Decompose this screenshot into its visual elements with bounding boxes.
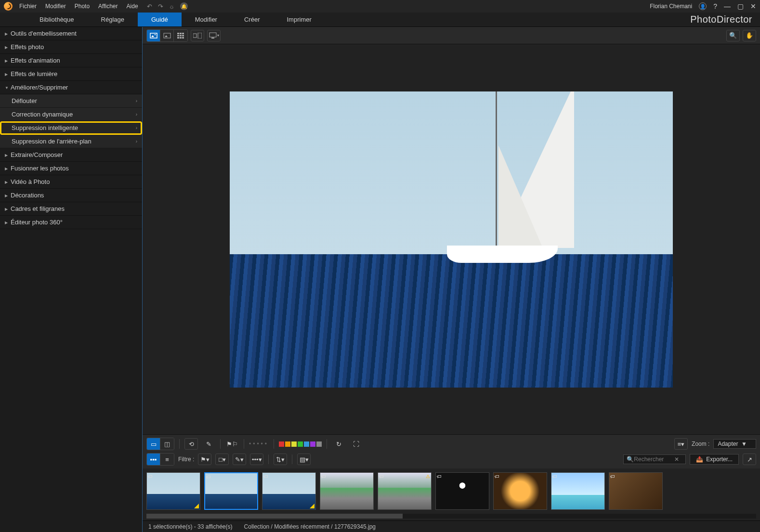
sidebar-item-360-editor[interactable]: Éditeur photo 360° bbox=[0, 216, 142, 229]
tab-guided[interactable]: Guidé bbox=[138, 13, 182, 26]
export-label: Exporter... bbox=[706, 456, 733, 463]
sidebar-item-decorations[interactable]: Décorations bbox=[0, 189, 142, 202]
sidebar-sub-label: Suppression intelligente bbox=[12, 124, 78, 131]
sidebar-item-beautify[interactable]: Outils d'embellissement bbox=[0, 27, 142, 40]
color-labels[interactable] bbox=[279, 441, 322, 447]
thumb-size-small-icon[interactable]: ▪▪▪ bbox=[147, 454, 160, 465]
compare-mode-split-icon[interactable]: ◫ bbox=[160, 438, 174, 450]
filter-flag-icon[interactable]: ⚑▾ bbox=[198, 454, 211, 465]
sidebar-sub-smart-removal[interactable]: Suppression intelligente› bbox=[0, 121, 142, 135]
crop-icon[interactable]: ✎ bbox=[202, 438, 215, 450]
tag-icon: 🏷 bbox=[263, 474, 268, 479]
thumbnail[interactable]: 🏷 bbox=[435, 472, 489, 510]
tab-edit[interactable]: Modifier bbox=[182, 13, 231, 26]
menubar: Fichier Modifier Photo Afficher Aide bbox=[19, 3, 138, 10]
filmstrip: 🏷🏷🏷❐🏷🏷⚠🏷🏷🏷🏷 bbox=[143, 468, 760, 514]
search-input[interactable] bbox=[634, 456, 674, 463]
filter-label-icon[interactable]: □▾ bbox=[215, 454, 229, 465]
undo-icon[interactable]: ↶ bbox=[147, 3, 152, 10]
svg-marker-1 bbox=[151, 35, 154, 37]
sidebar-item-label: Vidéo à Photo bbox=[11, 178, 50, 185]
sidebar-item-light-effects[interactable]: Effets de lumière bbox=[0, 67, 142, 81]
sidebar-item-photo-effects[interactable]: Effets photo bbox=[0, 40, 142, 54]
filter-rating-icon[interactable]: •••▾ bbox=[250, 454, 263, 465]
sidebar-item-video-to-photo[interactable]: Vidéo à Photo bbox=[0, 175, 142, 189]
canvas[interactable] bbox=[143, 44, 760, 434]
svg-rect-16 bbox=[210, 33, 216, 37]
thumbnail[interactable]: 🏷 bbox=[493, 472, 547, 510]
share-icon[interactable]: ↗ bbox=[743, 454, 756, 465]
filmstrip-scrollbar[interactable] bbox=[146, 514, 756, 519]
svg-rect-15 bbox=[198, 33, 202, 39]
view-grid-icon[interactable] bbox=[174, 30, 187, 41]
thumbnail[interactable]: 🏷❐ bbox=[262, 472, 316, 510]
sidebar-sub-deblur[interactable]: Déflouter› bbox=[0, 94, 142, 108]
app-logo-icon bbox=[4, 2, 13, 11]
svg-rect-17 bbox=[211, 38, 214, 39]
filter-sort-icon[interactable]: ⇅▾ bbox=[274, 454, 287, 465]
minimize-icon[interactable]: ― bbox=[724, 2, 731, 10]
refresh-icon[interactable]: ↻ bbox=[332, 438, 345, 450]
compare-mode-single-icon[interactable]: ▭ bbox=[147, 438, 160, 450]
rotate-icon[interactable]: ⟲ bbox=[184, 438, 198, 450]
close-icon[interactable]: ✕ bbox=[750, 2, 756, 10]
sidebar-item-animation-effects[interactable]: Effets d'animation bbox=[0, 54, 142, 67]
pan-tool-icon[interactable]: ✋ bbox=[743, 30, 756, 41]
thumbnail[interactable]: 🏷⚠ bbox=[378, 472, 432, 510]
search-box[interactable]: 🔍 ✕ bbox=[623, 454, 686, 464]
menu-photo[interactable]: Photo bbox=[75, 3, 90, 10]
svg-rect-5 bbox=[177, 33, 179, 34]
tag-icon: 🏷 bbox=[437, 474, 442, 479]
thumbnail[interactable]: 🏷 bbox=[551, 472, 605, 510]
help-icon[interactable]: ? bbox=[713, 2, 717, 10]
tag-icon: 🏷 bbox=[206, 474, 211, 480]
status-selection: 1 sélectionnée(s) - 33 affichée(s) bbox=[148, 523, 233, 530]
menu-help[interactable]: Aide bbox=[127, 3, 138, 10]
thumb-list-icon[interactable]: ≡ bbox=[160, 454, 174, 465]
notifications-icon[interactable]: 🔔 bbox=[180, 2, 188, 10]
tag-icon: 🏷 bbox=[610, 474, 615, 479]
zoom-select[interactable]: Adapter ▼ bbox=[713, 439, 756, 449]
thumbnail[interactable]: 🏷 bbox=[146, 472, 200, 510]
export-button[interactable]: 📤 Exporter... bbox=[690, 454, 739, 465]
tag-icon: 🏷 bbox=[148, 474, 153, 479]
sidebar-item-frames-watermarks[interactable]: Cadres et filigranes bbox=[0, 202, 142, 216]
thumbnail[interactable]: 🏷 bbox=[204, 472, 258, 510]
sidebar-item-merge-photos[interactable]: Fusionner les photos bbox=[0, 162, 142, 175]
zoom-tool-icon[interactable]: 🔍 bbox=[726, 30, 740, 41]
redo-icon[interactable]: ↷ bbox=[158, 3, 163, 10]
menu-view[interactable]: Afficher bbox=[98, 3, 118, 10]
user-avatar-icon[interactable]: 👤 bbox=[699, 2, 707, 10]
tag-icon: 🏷 bbox=[379, 474, 384, 479]
filter-stack-icon[interactable]: ▧▾ bbox=[297, 454, 311, 465]
thumbnail[interactable]: 🏷 bbox=[609, 472, 663, 510]
clear-search-icon[interactable]: ✕ bbox=[674, 456, 679, 463]
flag-icon[interactable]: ⚑⚐ bbox=[225, 438, 239, 450]
sidebar-item-enhance-remove[interactable]: Améliorer/Supprimer bbox=[0, 81, 142, 94]
view-compare-icon[interactable] bbox=[160, 30, 174, 41]
tab-print[interactable]: Imprimer bbox=[273, 13, 325, 26]
rating-stars[interactable]: ••••• bbox=[249, 441, 269, 447]
canvas-image bbox=[230, 91, 673, 388]
tab-create[interactable]: Créer bbox=[231, 13, 274, 26]
view-single-icon[interactable] bbox=[147, 30, 160, 41]
edited-badge-icon bbox=[310, 504, 314, 508]
sidebar-sub-dynamic-correction[interactable]: Correction dynamique› bbox=[0, 108, 142, 121]
view-mirror-icon[interactable] bbox=[191, 30, 204, 41]
tab-library[interactable]: Bibliothèque bbox=[26, 13, 88, 26]
menu-file[interactable]: Fichier bbox=[19, 3, 37, 10]
svg-rect-3 bbox=[164, 33, 170, 38]
menu-edit[interactable]: Modifier bbox=[45, 3, 66, 10]
view-secondary-monitor-icon[interactable]: ▾ bbox=[207, 30, 221, 41]
tab-adjust[interactable]: Réglage bbox=[88, 13, 138, 26]
crop-ratio-icon[interactable]: ⛶ bbox=[349, 438, 363, 450]
sidebar-item-extract-compose[interactable]: Extraire/Composer bbox=[0, 148, 142, 162]
sort-menu-icon[interactable]: ≡▾ bbox=[674, 438, 688, 450]
thumbnail[interactable]: 🏷 bbox=[320, 472, 374, 510]
sidebar-sub-background-removal[interactable]: Suppression de l'arrière-plan› bbox=[0, 135, 142, 148]
maximize-icon[interactable]: ▢ bbox=[737, 2, 744, 10]
settings-icon[interactable]: ☼ bbox=[169, 3, 175, 10]
filter-label: Filtre : bbox=[178, 456, 194, 463]
filter-edit-icon[interactable]: ✎▾ bbox=[233, 454, 246, 465]
user-name[interactable]: Florian Chemani bbox=[650, 3, 692, 10]
